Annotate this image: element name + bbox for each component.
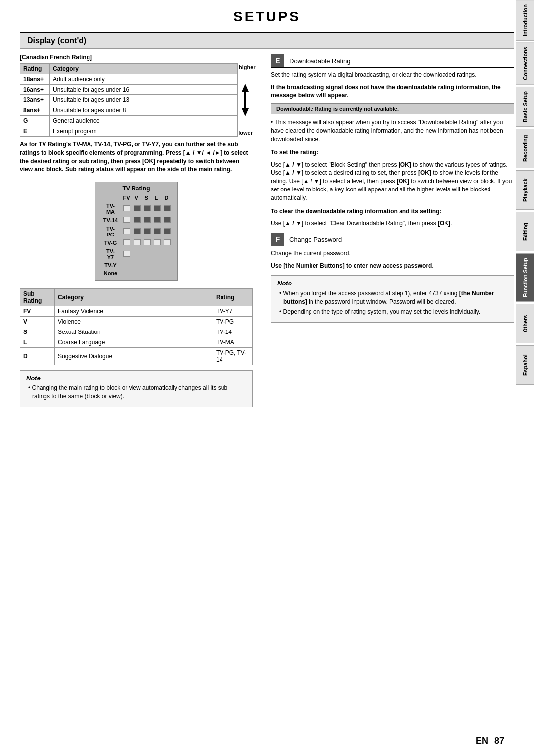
tv-ma-label: TV-MA <box>100 202 120 216</box>
table-row: FV Fantasy Violence TV-Y7 <box>20 306 253 317</box>
svg-rect-1 <box>244 92 246 108</box>
higher-label: higher <box>239 64 256 70</box>
category-cell: Adult audience only <box>50 74 238 85</box>
tv-rating-box-title: TV Rating <box>100 185 172 192</box>
rating-cell: TV-Y7 <box>213 306 253 317</box>
table-row: L Coarse Language TV-MA <box>20 337 253 348</box>
col-header-rating2: Rating <box>213 289 253 306</box>
tab-connections[interactable]: Connections <box>516 43 534 85</box>
section-f-label: Change Password <box>284 234 347 245</box>
right-note-box: Note • When you forget the access passwo… <box>271 275 514 323</box>
warning-box: Downloadable Rating is currently not ava… <box>271 103 514 114</box>
to-clear-label: To clear the downloadable rating informa… <box>271 207 514 216</box>
right-note-bullet-1: • When you forget the access password at… <box>283 289 508 306</box>
col-fv: FV <box>120 194 132 202</box>
category-cell: Fantasy Violence <box>55 306 213 317</box>
tab-editing[interactable]: Editing <box>516 212 534 251</box>
section-f-letter: F <box>271 233 284 246</box>
to-set-label: To set the rating: <box>271 148 514 157</box>
table-row: D Suggestive Dialogue TV-PG, TV-14 <box>20 348 253 365</box>
tv-y7-label: TV-Y7 <box>100 247 120 261</box>
col-s: S <box>142 194 152 202</box>
left-note-box: Note • Changing the main rating to block… <box>20 370 253 407</box>
section-e-note: • This message will also appear when you… <box>271 118 514 143</box>
section-e-letter: E <box>271 54 284 67</box>
page-title: SETUPS <box>20 0 514 33</box>
tab-playback[interactable]: Playback <box>516 170 534 210</box>
col-header-category: Category <box>50 64 238 74</box>
section-e-label: Downloadable Rating <box>284 55 356 67</box>
sub-rating-cell: L <box>20 337 55 348</box>
left-note-bullet-1: • Changing the main rating to block or v… <box>32 384 246 401</box>
page-number: 87 <box>494 736 504 746</box>
category-cell: Exempt program <box>50 126 238 137</box>
category-cell: Unsuitable for ages under 16 <box>50 85 238 95</box>
sub-rating-cell: S <box>20 327 55 337</box>
right-note-title: Note <box>277 280 508 287</box>
to-set-text: Use [▲ / ▼] to select "Block Setting" th… <box>271 161 514 202</box>
to-clear-text: Use [▲ / ▼] to select "Clear Downloadabl… <box>271 219 514 228</box>
rating-cell: TV-PG <box>213 317 253 327</box>
section-e-intro: Set the rating system via digital broadc… <box>271 71 514 79</box>
section-f-bold: Use [the Number Buttons] to enter new ac… <box>271 262 514 270</box>
table-row: G General audience <box>20 116 238 126</box>
tab-basic-setup[interactable]: Basic Setup <box>516 87 534 127</box>
en-label: EN <box>476 736 488 746</box>
tab-introduction[interactable]: Introduction <box>516 0 534 41</box>
category-cell: Sexual Situation <box>55 327 213 337</box>
col-header-category2: Category <box>55 289 213 306</box>
tab-others[interactable]: Others <box>516 304 534 343</box>
tab-function-setup[interactable]: Function Setup <box>516 253 534 302</box>
table-row: E Exempt program <box>20 126 238 137</box>
section-header: Display (cont'd) <box>20 33 514 48</box>
left-note-title: Note <box>26 375 246 382</box>
rating-cell: 18ans+ <box>20 74 50 85</box>
rating-arrow-indicator: higher lower <box>238 63 253 137</box>
tv-rating-row: TV-14 <box>100 216 172 225</box>
col-v: V <box>133 194 142 202</box>
rating-cell: G <box>20 116 50 126</box>
rating-cell: 16ans+ <box>20 85 50 95</box>
tv-g-label: TV-G <box>100 238 120 247</box>
tv-pg-label: TV-PG <box>100 225 120 238</box>
svg-marker-2 <box>242 108 249 116</box>
rating-cell: TV-PG, TV-14 <box>213 348 253 365</box>
col-header-subrating: Sub Rating <box>20 289 55 306</box>
tab-recording[interactable]: Recording <box>516 129 534 168</box>
tab-espanol[interactable]: Español <box>516 345 534 385</box>
section-e-box: E Downloadable Rating <box>271 54 514 68</box>
section-f-box: F Change Password <box>271 233 514 246</box>
lower-label: lower <box>238 130 253 136</box>
rating-cell: 13ans+ <box>20 95 50 105</box>
category-cell: Coarse Language <box>55 337 213 348</box>
category-cell: Violence <box>55 317 213 327</box>
tv-y-label: TV-Y <box>100 261 120 269</box>
section-e-bold: If the broadcasting signal does not have… <box>271 83 514 100</box>
tv-rating-row: TV-G <box>100 238 172 247</box>
rating-cell: TV-MA <box>213 337 253 348</box>
table-row: V Violence TV-PG <box>20 317 253 327</box>
table-row: S Sexual Situation TV-14 <box>20 327 253 337</box>
svg-marker-0 <box>242 84 249 92</box>
category-cell: Suggestive Dialogue <box>55 348 213 365</box>
tv-rating-row: TV-Y7 <box>100 247 172 261</box>
canadian-french-label: [Canadian French Rating] <box>20 54 253 61</box>
rating-cell: 8ans+ <box>20 105 50 116</box>
up-down-arrow-icon <box>241 83 250 117</box>
col-header-rating: Rating <box>20 64 50 74</box>
sub-rating-cell: FV <box>20 306 55 317</box>
sub-rating-description: As for TV Rating's TV-MA, TV-14, TV-PG, … <box>20 141 253 174</box>
right-note-bullet-2: • Depending on the type of rating system… <box>283 308 508 316</box>
table-row: 8ans+ Unsuitable for ages under 8 <box>20 105 238 116</box>
tv-rating-row: None <box>100 269 172 277</box>
section-f-intro: Change the current password. <box>271 249 514 258</box>
none-label: None <box>100 269 120 277</box>
table-row: 18ans+ Adult audience only <box>20 74 238 85</box>
table-row: 16ans+ Unsuitable for ages under 16 <box>20 85 238 95</box>
tv-rating-row: TV-PG <box>100 225 172 238</box>
table-row: 13ans+ Unsuitable for ages under 13 <box>20 95 238 105</box>
category-cell: General audience <box>50 116 238 126</box>
tv-rating-grid: TV Rating FV V S L D <box>95 182 177 281</box>
side-navigation: Introduction Connections Basic Setup Rec… <box>515 0 534 756</box>
col-d: D <box>162 194 172 202</box>
